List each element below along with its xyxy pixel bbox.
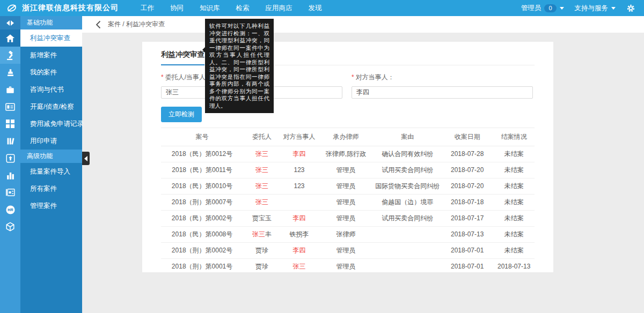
cube-icon[interactable] [0, 218, 20, 235]
table-cell: 管理员 [318, 258, 374, 274]
sidebar-item-hearing-investigation[interactable]: 开庭/侦查/检察 [20, 98, 82, 115]
results-table: 案号委托人对方当事人承办律师案由收案日期结案情况 2018（民）第0012号张三… [161, 128, 535, 275]
nav-item-app-store[interactable]: 应用商店 [258, 0, 301, 16]
sidebar-item-batch-case-import[interactable]: 批量案件导入 [20, 163, 82, 180]
nav-item-discover[interactable]: 发现 [301, 0, 330, 16]
support-menu[interactable]: 支持与服务 [575, 4, 616, 13]
user-label: 管理员 [521, 4, 541, 13]
nav-item-collaborate[interactable]: 协同 [162, 0, 192, 16]
table-cell: 张三 [243, 194, 281, 210]
brand-logo-icon [6, 3, 17, 13]
sidebar-item-consult-drafting[interactable]: 咨询与代书 [20, 81, 82, 98]
sidebar-section-header: 基础功能 [20, 16, 82, 29]
table-cell: 管理员 [318, 194, 374, 210]
table-cell: 2018-07-18 [441, 194, 493, 210]
table-cell: 李四 [281, 210, 318, 226]
table-cell: 2018-07-20 [441, 178, 493, 194]
table-cell: 未结案 [493, 226, 535, 242]
table-row[interactable]: 2018（民）第0012号张三李四张律师,陈行政确认合同有效纠纷2018-07-… [161, 146, 535, 162]
table-cell: 张三 [243, 162, 281, 178]
table-cell: 未结案 [493, 242, 535, 258]
library-icon[interactable] [0, 132, 20, 150]
column-header: 委托人 [243, 128, 281, 146]
table-cell: 管理员 [318, 210, 374, 226]
sidebar-section-header: 高级功能 [20, 150, 82, 163]
content-card: 利益冲突审查! *委托人/当事人： *对方当事人： 立即检测 案号委托人对方当事… [142, 42, 553, 272]
tooltip-text: 软件可对以下几种利益冲突进行检测：一、双重代理型利益冲突，同一律师在同一案件中为… [209, 23, 269, 109]
table-cell: 贾珍 [243, 258, 281, 274]
tab-conflict-review[interactable]: 利益冲突审查 [161, 50, 204, 65]
briefcase-icon[interactable] [0, 81, 20, 98]
nav-item-knowledge-base[interactable]: 知识库 [192, 0, 228, 16]
table-row[interactable]: 2018（刑）第0007号张三管理员偷越国（边）境罪2018-07-18未结案 [161, 194, 535, 210]
topbar-nav: 工作协同知识库检索应用商店发现 [133, 0, 330, 16]
table-cell: 试用买卖合同纠纷 [374, 162, 441, 178]
collapse-arrows-icon[interactable] [0, 16, 20, 29]
table-cell: 2018（民）第0012号 [161, 146, 243, 162]
table-header-row: 案号委托人对方当事人承办律师案由收案日期结案情况 [161, 128, 535, 146]
sidebar-item-fee-waiver-records[interactable]: 费用减免申请记录 [20, 115, 82, 132]
table-cell: 张律师 [318, 226, 374, 242]
table-cell: 李四 [281, 146, 318, 162]
table-cell: 铁拐李 [281, 226, 318, 242]
table-cell [281, 194, 318, 210]
table-row[interactable]: 2018（民）第0002号贾宝玉李四管理员试用买卖合同纠纷2018-07-17未… [161, 210, 535, 226]
table-row[interactable]: 2018（民）第0010号张三123管理员国际货物买卖合同纠纷2018-07-2… [161, 178, 535, 194]
sidebar-item-seal-application[interactable]: 用印申请 [20, 132, 82, 150]
table-cell: 李四 [281, 242, 318, 258]
sidebar-item-conflict-review[interactable]: 利益冲突审查 [20, 29, 82, 47]
table-cell: 未结案 [493, 162, 535, 178]
table-cell: 2018（民）第0010号 [161, 178, 243, 194]
home-icon[interactable] [0, 29, 20, 47]
table-cell: 管理员 [318, 178, 374, 194]
user-menu[interactable]: 管理员 0 [521, 4, 564, 13]
column-header: 对方当事人 [281, 128, 318, 146]
table-cell: 2018（民）第0011号 [161, 162, 243, 178]
report-icon[interactable] [0, 184, 20, 201]
sidebar-collapse-button[interactable] [82, 152, 90, 165]
table-cell: 2018（刑）第0007号 [161, 194, 243, 210]
table-cell: 管理员 [318, 242, 374, 258]
sidebar-item-manage-cases[interactable]: 管理案件 [20, 197, 82, 214]
table-cell: 张三 [281, 258, 318, 274]
id-card-icon[interactable] [0, 98, 20, 115]
detect-button[interactable]: 立即检测 [161, 107, 202, 122]
table-row[interactable]: 2018（民）第0011号张三123管理员试用买卖合同纠纷2018-07-20未… [161, 162, 535, 178]
table-cell: 未结案 [493, 146, 535, 162]
nav-item-search[interactable]: 检索 [228, 0, 258, 16]
gavel-icon[interactable] [0, 47, 20, 64]
bar-chart-icon[interactable] [0, 167, 20, 184]
opponent-field-label: *对方当事人： [352, 73, 533, 82]
brand-title: 浙江律联信息科技有限公司 [22, 3, 119, 13]
hr-icon[interactable]: HR [0, 201, 20, 218]
sidebar-item-new-case[interactable]: 新增案件 [20, 47, 82, 64]
breadcrumb[interactable]: 案件 / 利益冲突审查 [108, 20, 165, 29]
table-cell: 张三 [243, 146, 281, 162]
opponent-input[interactable] [352, 86, 533, 99]
table-cell: 未结案 [493, 178, 535, 194]
stamp-icon[interactable] [0, 64, 20, 81]
column-header: 承办律师 [318, 128, 374, 146]
table-row[interactable]: 2018（民）第0008号张三丰铁拐李张律师2018-07-13未结案 [161, 226, 535, 242]
support-label: 支持与服务 [575, 4, 609, 13]
table-cell: 张律师,陈行政 [318, 146, 374, 162]
table-cell: 2018（刑）第0001号 [161, 258, 243, 274]
chevron-down-icon [611, 7, 616, 10]
upload-box-icon[interactable] [0, 150, 20, 167]
sidebar-item-all-cases[interactable]: 所有案件 [20, 180, 82, 197]
table-cell: 2018（刑）第0002号 [161, 242, 243, 258]
breadcrumb-bar: 案件 / 利益冲突审查 [82, 16, 644, 33]
table-cell: 2018（民）第0002号 [161, 210, 243, 226]
column-header: 结案情况 [493, 128, 535, 146]
sidebar-item-my-cases[interactable]: 我的案件 [20, 64, 82, 81]
settings-gear-icon[interactable] [626, 4, 635, 13]
notification-badge: 0 [544, 4, 556, 12]
back-button[interactable] [93, 19, 104, 30]
table-cell: 2018-07-13 [441, 226, 493, 242]
table-row[interactable]: 2018（刑）第0002号贾珍李四管理员2018-07-01未结案 [161, 242, 535, 258]
table-row[interactable]: 2018（刑）第0001号贾珍张三管理员2018-07-012018-07-13 [161, 258, 535, 274]
grid-icon[interactable] [0, 115, 20, 132]
sidebar-menu: 基础功能利益冲突审查新增案件我的案件咨询与代书开庭/侦查/检察费用减免申请记录用… [20, 16, 82, 313]
table-cell [374, 226, 441, 242]
nav-item-work[interactable]: 工作 [133, 0, 162, 16]
